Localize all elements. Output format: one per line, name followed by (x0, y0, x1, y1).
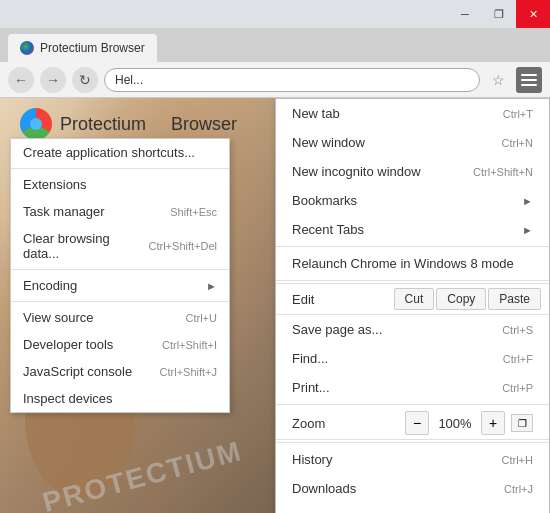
menu-save-page[interactable]: Save page as... Ctrl+S (276, 315, 549, 344)
maximize-button[interactable]: ❐ (482, 0, 516, 28)
menu-divider-4 (276, 442, 549, 443)
hamburger-line-1 (521, 74, 537, 76)
tab-label: Protectium Browser (40, 41, 145, 55)
left-menu-developer-tools[interactable]: Developer tools Ctrl+Shift+I (11, 331, 229, 358)
menu-new-tab[interactable]: New tab Ctrl+T (276, 99, 549, 128)
fullscreen-button[interactable]: ❐ (511, 414, 533, 432)
hamburger-line-2 (521, 79, 537, 81)
address-bar[interactable]: Hel... (104, 68, 480, 92)
forward-button[interactable]: → (40, 67, 66, 93)
left-menu-create-shortcuts[interactable]: Create application shortcuts... (11, 139, 229, 166)
tab-favicon (20, 41, 34, 55)
page-area: PROTECTIUM Protectium Browser Create app… (0, 98, 550, 513)
bookmark-star-icon[interactable]: ☆ (486, 68, 510, 92)
menu-divider-2 (276, 280, 549, 281)
left-menu-js-console[interactable]: JavaScript console Ctrl+Shift+J (11, 358, 229, 385)
menu-relaunch[interactable]: Relaunch Chrome in Windows 8 mode (276, 249, 549, 278)
menu-bookmarks[interactable]: Bookmarks ► (276, 186, 549, 215)
chrome-dropdown-menu: New tab Ctrl+T New window Ctrl+N New inc… (275, 98, 550, 513)
left-menu-view-source[interactable]: View source Ctrl+U (11, 304, 229, 331)
back-button[interactable]: ← (8, 67, 34, 93)
left-menu-divider-3 (11, 301, 229, 302)
menu-downloads[interactable]: Downloads Ctrl+J (276, 474, 549, 503)
title-bar: ─ ❐ ✕ (0, 0, 550, 28)
url-text: Hel... (115, 73, 143, 87)
edit-row: Edit Cut Copy Paste (276, 283, 549, 315)
omnibox-bar: ← → ↻ Hel... ☆ (0, 62, 550, 98)
menu-history[interactable]: History Ctrl+H (276, 445, 549, 474)
cut-button[interactable]: Cut (394, 288, 435, 310)
tab-bar: Protectium Browser (0, 28, 550, 62)
menu-recent-tabs[interactable]: Recent Tabs ► (276, 215, 549, 244)
left-menu-clear-browsing[interactable]: Clear browsing data... Ctrl+Shift+Del (11, 225, 229, 267)
browser-page-header: Protectium Browser (20, 108, 237, 140)
left-menu-task-manager[interactable]: Task manager Shift+Esc (11, 198, 229, 225)
left-menu-inspect-devices[interactable]: Inspect devices (11, 385, 229, 412)
left-menu-extensions[interactable]: Extensions (11, 171, 229, 198)
paste-button[interactable]: Paste (488, 288, 541, 310)
hamburger-line-3 (521, 84, 537, 86)
zoom-value: 100% (435, 416, 475, 431)
browser-logo-icon (20, 108, 52, 140)
menu-divider-3 (276, 404, 549, 405)
menu-sign-in[interactable]: Sign in to Chrome... (276, 503, 549, 513)
zoom-in-button[interactable]: + (481, 411, 505, 435)
copy-button[interactable]: Copy (436, 288, 486, 310)
menu-new-window[interactable]: New window Ctrl+N (276, 128, 549, 157)
edit-label: Edit (284, 292, 392, 307)
menu-find[interactable]: Find... Ctrl+F (276, 344, 549, 373)
zoom-label: Zoom (292, 416, 399, 431)
close-button[interactable]: ✕ (516, 0, 550, 28)
active-tab[interactable]: Protectium Browser (8, 34, 157, 62)
menu-divider-1 (276, 246, 549, 247)
menu-new-incognito[interactable]: New incognito window Ctrl+Shift+N (276, 157, 549, 186)
browser-name-label: Protectium Browser (60, 114, 237, 135)
left-menu-encoding[interactable]: Encoding ► (11, 272, 229, 299)
reload-button[interactable]: ↻ (72, 67, 98, 93)
more-tools-submenu: Create application shortcuts... Extensio… (10, 138, 230, 413)
chrome-menu-button[interactable] (516, 67, 542, 93)
left-menu-divider-2 (11, 269, 229, 270)
minimize-button[interactable]: ─ (448, 0, 482, 28)
zoom-out-button[interactable]: − (405, 411, 429, 435)
left-menu-divider-1 (11, 168, 229, 169)
zoom-row: Zoom − 100% + ❐ (276, 407, 549, 440)
menu-print[interactable]: Print... Ctrl+P (276, 373, 549, 402)
